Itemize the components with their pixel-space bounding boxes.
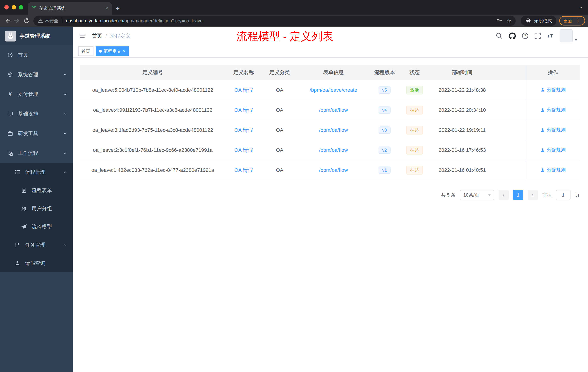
sidebar-collapse-icon[interactable] [78,32,86,40]
form-link[interactable]: /bpm/oa/flow [319,127,348,133]
form-link[interactable]: /bpm/oa/leave/create [310,87,357,93]
assign-rule-link[interactable]: 分配规则 [540,107,566,113]
goto-page-input[interactable] [556,190,571,200]
tag-process-definition[interactable]: 流程定义 × [96,46,129,56]
sidebar-item-user-group[interactable]: 用户分组 [0,199,73,218]
fullscreen-icon[interactable] [534,33,541,39]
browser-tab[interactable]: 芋道管理系统 × [28,2,112,15]
page-size-select[interactable]: 10条/页 [460,190,494,200]
tab-search-icon[interactable]: ⌄ [579,4,583,10]
table-header-row: 定义编号 定义名称 定义分类 表单信息 流程版本 状态 部署时间 操作 [80,65,580,80]
gear-icon [7,72,13,77]
window-controls [4,5,23,10]
avatar [560,29,573,42]
update-label: 更新 [563,18,573,24]
sidebar-item-workflow[interactable]: 工作流程 [0,143,73,163]
tag-close-icon[interactable]: × [123,49,126,53]
page-1-button[interactable]: 1 [513,190,523,200]
definition-table: 定义编号 定义名称 定义分类 表单信息 流程版本 状态 部署时间 操作 oa_l [80,65,580,180]
definition-name-link[interactable]: OA 请假 [234,87,253,93]
chevron-down-icon [63,73,67,77]
form-link[interactable]: /bpm/oa/flow [319,147,348,153]
dashboard-icon [7,52,13,58]
github-icon[interactable] [509,33,516,39]
monitor-icon [7,111,13,117]
sidebar-item-process-model[interactable]: 流程模型 [0,218,73,236]
maximize-window-button[interactable] [19,5,23,10]
user-menu[interactable] [560,29,578,42]
user-icon [540,87,545,92]
sidebar-logo[interactable]: 芋道管理系统 [0,27,73,45]
tag-home[interactable]: 首页 [78,46,94,56]
version-badge: v2 [378,146,390,154]
page-annotation: 流程模型 - 定义列表 [236,29,333,44]
browser-toolbar: 不安全 dashboard.yudao.iocoder.cn/bpm/manag… [0,15,588,27]
tab-title: 芋道管理系统 [39,5,103,11]
warning-icon [38,18,43,23]
address-bar[interactable]: 不安全 dashboard.yudao.iocoder.cn/bpm/manag… [33,16,516,26]
prev-page-button[interactable]: ‹ [499,190,509,200]
new-tab-button[interactable]: + [116,5,120,12]
user-icon [540,168,545,172]
definition-name-link[interactable]: OA 请假 [234,147,253,153]
sidebar-item-infrastructure[interactable]: 基础设施 [0,104,73,124]
status-badge: 激活 [406,86,423,94]
tab-favicon [31,5,36,11]
assign-rule-link[interactable]: 分配规则 [540,127,566,133]
version-badge: v5 [378,87,390,94]
minimize-window-button[interactable] [12,5,16,10]
page-unit-label: 页 [575,192,580,198]
table-row: oa_leave:1:482ec033-762a-11ec-8477-a2380… [80,160,580,180]
sidebar-item-dev-tools[interactable]: 研发工具 [0,124,73,143]
cell-definition-id: oa_leave:4:991f2193-7b7f-11ec-a3c8-acde4… [80,100,225,120]
sidebar-item-task-management[interactable]: 任务管理 [0,236,73,254]
password-key-icon[interactable] [496,17,502,24]
status-badge: 挂起 [406,106,423,114]
next-page-button[interactable]: › [528,190,538,200]
assign-rule-link[interactable]: 分配规则 [540,87,566,93]
flag-icon [15,242,20,248]
help-icon[interactable]: ? [522,33,528,39]
cell-filler [495,80,526,100]
url-path: /bpm/manager/definition?key=oa_leave [123,18,496,23]
forward-icon[interactable] [12,16,22,25]
back-icon[interactable] [3,16,12,25]
definition-name-link[interactable]: OA 请假 [234,167,253,173]
search-icon[interactable] [496,33,503,39]
cell-category: OA [262,120,297,140]
bookmark-star-icon[interactable]: ☆ [506,18,511,24]
sidebar-item-process-form[interactable]: 流程表单 [0,181,73,199]
cell-filler [495,160,526,180]
cell-category: OA [262,80,297,100]
chevron-up-icon [63,152,67,155]
sidebar-item-home[interactable]: 首页 [0,45,73,65]
security-indicator[interactable]: 不安全 [38,18,58,24]
reload-icon[interactable] [22,16,31,25]
user-icon [540,148,545,152]
form-link[interactable]: /bpm/oa/flow [319,107,348,113]
tab-close-icon[interactable]: × [105,6,108,11]
incognito-label: 无痕模式 [534,18,552,24]
assign-rule-link[interactable]: 分配规则 [540,147,566,153]
caret-down-icon [488,194,491,196]
paper-plane-icon [21,224,27,230]
sidebar-item-system[interactable]: 系统管理 [0,65,73,85]
sidebar-item-label: 用户分组 [32,205,52,212]
cell-definition-id: oa_leave:2:3c1f0ef1-76b1-11ec-9c66-a2380… [80,140,225,160]
definition-name-link[interactable]: OA 请假 [234,107,253,113]
close-window-button[interactable] [4,5,9,10]
form-link[interactable]: /bpm/oa/flow [319,167,348,173]
sidebar-item-payment[interactable]: ¥ 支付管理 [0,85,73,104]
sidebar-item-label: 流程模型 [32,223,52,230]
assign-rule-link[interactable]: 分配规则 [540,167,566,173]
definition-name-link[interactable]: OA 请假 [234,127,253,133]
caret-down-icon [575,39,578,41]
sidebar-item-process-management[interactable]: 流程管理 [0,163,73,181]
sidebar-item-leave-query[interactable]: 请假查询 [0,254,73,272]
browser-menu-icon[interactable]: ⋮ [576,18,581,24]
font-size-icon[interactable]: тT [547,33,554,39]
breadcrumb-home[interactable]: 首页 [92,33,102,39]
update-chip[interactable]: 更新 ⋮ [559,16,585,25]
breadcrumb-separator: / [105,33,107,39]
incognito-badge: 无痕模式 [521,16,556,26]
